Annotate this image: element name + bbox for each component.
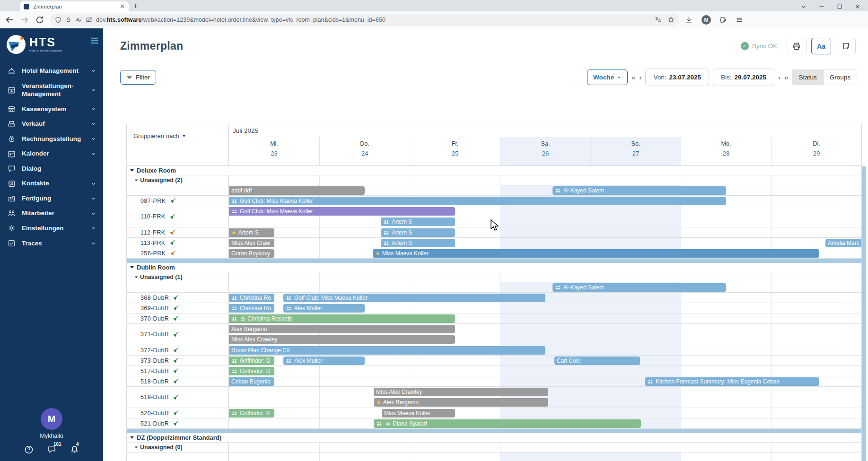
room-grid[interactable]: Miss Alex CrawArtem SAmelia Marc [229, 238, 861, 248]
window-minimize-icon[interactable] [819, 4, 824, 9]
sidebar-item-rechnungsstellung[interactable]: Rechnungsstellung [0, 131, 103, 147]
booking-bar[interactable]: Artem S [381, 228, 455, 237]
group-header[interactable]: DZ (Doppelzimmer Standard) [127, 433, 861, 443]
booking-bar[interactable]: Griffindor: K [229, 409, 274, 418]
browser-profile-avatar[interactable]: M [701, 15, 711, 25]
room-grid[interactable]: Griffindor: KMiss Maeva Koller [229, 408, 861, 418]
day-number-link[interactable]: 28 [681, 150, 771, 157]
booking-bar[interactable]: ★Alex Bergamo [374, 398, 548, 407]
vertical-scrollbar[interactable] [862, 166, 866, 461]
sidebar-item-kontakte[interactable]: Kontakte [0, 176, 103, 191]
room-label[interactable] [127, 185, 229, 195]
download-icon[interactable] [685, 16, 693, 24]
booking-bar[interactable]: Christina Rossetti [229, 314, 455, 323]
room-grid[interactable]: Christina RoAlex Muller [229, 303, 861, 313]
sidebar-item-traces[interactable]: Traces [0, 236, 103, 251]
permissions-icon[interactable] [75, 17, 82, 23]
blocked-content-icon[interactable] [86, 17, 92, 23]
room-grid[interactable]: ★Artem SArtem S [229, 227, 861, 237]
next-fast-button[interactable]: » [784, 73, 788, 81]
booking-bar[interactable]: Miss Maeva Koller [382, 409, 455, 418]
room-label[interactable] [127, 282, 229, 292]
booking-bar[interactable]: Griffindor: D [229, 357, 274, 365]
reload-icon[interactable] [35, 15, 44, 25]
room-grid[interactable]: Golf Club: Miss Maeva Koller [229, 196, 861, 206]
room-label[interactable]: 371-DubR [127, 324, 229, 345]
booking-bar[interactable]: Al-Kayed Salem [552, 283, 726, 292]
sidebar-item-mitarbeiter[interactable]: Mitarbeiter [0, 206, 103, 221]
hts-logo[interactable] [7, 35, 26, 54]
back-icon[interactable] [5, 15, 14, 25]
booking-bar[interactable]: Golf Club: Miss Maeva Koller [229, 197, 726, 205]
sidebar-item-hotel-management[interactable]: Hotel Management [0, 63, 103, 78]
browser-tab[interactable]: Zimmerplan ✕ [20, 1, 129, 11]
group-header[interactable]: Dublin Room [127, 263, 861, 272]
room-label[interactable] [127, 452, 229, 461]
day-number-link[interactable]: 27 [591, 150, 681, 157]
room-grid[interactable]: Griffindor: DAlex MullerCarl Cole [229, 356, 861, 365]
day-number-link[interactable]: 26 [500, 150, 590, 157]
booking-bar[interactable]: Ceban Eugenia [229, 377, 274, 386]
prev-button[interactable]: ‹ [639, 73, 641, 81]
booking-bar[interactable]: Al-Kayed Salem [552, 186, 726, 195]
room-grid[interactable]: addf ddfAl-Kayed Salem [229, 185, 861, 195]
room-grid[interactable]: Alex BergamoMiss Alex Crawley [229, 324, 861, 345]
sidebar-hamburger-icon[interactable] [90, 36, 99, 45]
sidebar-item-kassensystem[interactable]: Kassensystem [0, 102, 103, 117]
room-grid[interactable]: Christina Rossetti [229, 313, 861, 323]
booking-bar[interactable]: Miss Alex Crawley [374, 388, 548, 396]
booking-bar[interactable]: Artem S [381, 239, 455, 247]
sidebar-item-einstellungen[interactable]: Einstellungen [0, 221, 103, 236]
room-grid[interactable]: Golf Club: Miss Maeva KollerArtem S [229, 206, 861, 227]
next-button[interactable]: › [778, 73, 780, 81]
extensions-icon[interactable] [719, 16, 727, 24]
unassigned-toggle[interactable]: Unassigned (2) [127, 175, 229, 185]
new-tab-button[interactable]: + [133, 2, 138, 11]
notes-button[interactable] [836, 38, 856, 54]
status-toggle[interactable]: Status [792, 70, 823, 85]
room-label[interactable]: 087-PRK [127, 196, 229, 206]
sidebar-item-dialog[interactable]: Dialog [0, 161, 103, 176]
notifications-bell-icon[interactable]: 4 [70, 445, 79, 454]
help-icon[interactable] [24, 445, 34, 454]
shield-icon[interactable] [55, 17, 61, 23]
booking-bar[interactable]: Miss Alex Crawley [229, 335, 455, 344]
window-close-icon[interactable] [855, 4, 860, 9]
font-size-button[interactable]: Aa [811, 38, 831, 54]
print-button[interactable] [787, 38, 807, 54]
booking-bar[interactable]: Diana Spatari [374, 419, 641, 428]
booking-bar[interactable]: Amelia Marc [825, 239, 861, 247]
filter-button[interactable]: Filter [120, 70, 156, 85]
day-number-link[interactable]: 23 [229, 150, 319, 157]
room-grid[interactable] [229, 452, 861, 461]
sidebar-item-kalender[interactable]: Kalender [0, 146, 103, 161]
booking-bar[interactable]: Kitchen Forecast Summary: Miss Eugenia C… [645, 377, 819, 386]
bookmark-star-icon[interactable] [667, 16, 675, 23]
room-label[interactable]: 372-DubR [127, 345, 229, 355]
date-to-field[interactable]: Bis:29.07.2025 [713, 69, 774, 86]
group-header[interactable]: Deluxe Room [127, 166, 861, 175]
room-label[interactable]: 110-PRK [127, 206, 229, 227]
room-label[interactable]: 112-PRK [127, 227, 229, 237]
booking-bar[interactable]: Golf Club: Miss Maeva Koller [229, 207, 455, 216]
booking-bar[interactable]: Golf Club: Miss Maeva Koller [283, 294, 545, 302]
tab-list-chevron-icon[interactable] [801, 4, 807, 9]
booking-bar[interactable]: Christina Ro [229, 294, 274, 302]
booking-bar[interactable]: Griffindor: D [229, 367, 274, 375]
browser-menu-icon[interactable] [736, 16, 743, 24]
prev-fast-button[interactable]: « [631, 73, 635, 81]
day-number-link[interactable]: 24 [320, 150, 410, 157]
booking-bar[interactable]: Carl Cole [554, 357, 640, 365]
room-label[interactable]: 517-DubR [127, 366, 229, 376]
room-label[interactable]: 256-PRK [127, 248, 229, 258]
window-maximize-icon[interactable] [837, 4, 842, 9]
url-bar[interactable]: dev.hts.software/web#action=1239&model=h… [50, 14, 679, 26]
lock-icon[interactable] [65, 17, 71, 23]
booking-bar[interactable]: Room Plan Change C/I [229, 346, 545, 355]
room-grid[interactable]: Room Plan Change C/I [229, 345, 861, 355]
room-label[interactable]: 373-DubR [127, 356, 229, 365]
range-dropdown[interactable]: Woche [587, 70, 628, 85]
tab-close-icon[interactable]: ✕ [120, 3, 125, 10]
booking-bar[interactable]: Artem S [381, 217, 455, 226]
room-grid[interactable]: Diana Spatari [229, 418, 861, 428]
